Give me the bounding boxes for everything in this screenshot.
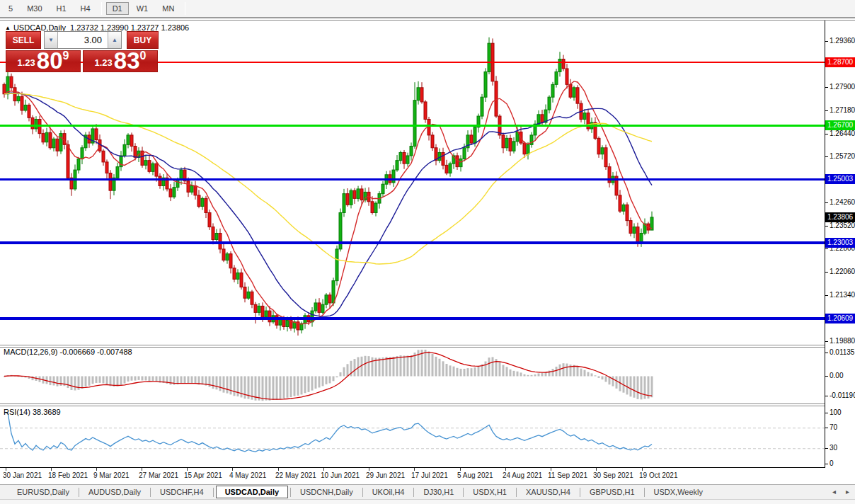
candle [438,149,441,164]
candle [583,109,586,124]
candle [194,181,197,200]
candle [151,161,154,175]
timeframe-button-d1[interactable]: D1 [106,2,129,15]
candle [481,94,483,119]
time-axis-tick [505,468,506,471]
time-axis-label: 22 May 2021 [275,471,316,479]
volume-increase-button[interactable]: ▲ [108,32,121,48]
candle [353,188,356,204]
tab-scroll-nav: ◂ ▸ [832,488,849,496]
chart-tab-usdchf[interactable]: USDCHF,H4 [153,486,211,498]
volume-decrease-button[interactable]: ▼ [45,32,58,48]
chart-tab-usdcad[interactable]: USDCAD,Daily [216,486,288,498]
candles-layer [3,38,653,336]
candle [541,110,544,127]
candle [314,299,317,314]
time-axis-tick [278,468,279,471]
rsi-axis-label: 70 [825,423,837,431]
chart-tab-usdx[interactable]: USDX,Weekly [647,486,710,498]
candle [311,307,314,327]
candle [240,268,243,290]
candle [413,82,416,149]
buy-price-big-digits: 83 [114,50,140,71]
one-click-trade-panel: SELL ▼ 3.00 ▲ BUY 1.23 80 9 1.23 83 0 [6,31,159,72]
sell-price-display[interactable]: 1.23 80 9 [6,50,81,72]
candle [173,182,176,199]
candle [42,130,45,145]
candle [102,149,105,166]
time-axis-tick [460,468,461,471]
time-axis-label: 30 Sep 2021 [593,471,633,479]
candle [74,164,76,190]
candle [558,52,561,76]
candle [144,156,147,169]
buy-button[interactable]: BUY [127,31,159,49]
time-axis-tick [323,468,324,471]
timeframe-button-m30[interactable]: M30 [21,2,48,15]
candle [109,170,112,199]
timeframe-button-5[interactable]: 5 [2,2,19,15]
buy-price-pip-digit: 0 [140,50,147,62]
candle [449,161,452,176]
candle [629,217,632,236]
candle [403,150,406,169]
candle [381,181,384,197]
price-badge-1.20609: 1.20609 [825,314,855,323]
time-axis-tick [51,468,52,471]
candle [233,265,236,282]
tab-separator [79,488,79,497]
candle [389,171,391,185]
candle [424,100,427,122]
candle [573,86,575,101]
candle [162,174,165,190]
tab-scroll-left-icon[interactable]: ◂ [832,488,836,496]
tab-separator [644,488,645,497]
candle [247,287,250,300]
timeframe-button-w1[interactable]: W1 [130,2,155,15]
price-axis-label: 1.21340 [825,291,855,299]
candle [608,163,611,187]
sell-button[interactable]: SELL [6,31,41,49]
time-axis-tick [232,468,233,471]
candle [49,127,52,150]
chart-tab-usdx[interactable]: USDX,H1 [466,486,514,498]
candle [527,142,529,160]
chart-tab-dj30[interactable]: DJ30,H1 [416,486,461,498]
chart-tab-xauusd[interactable]: XAUUSD,H4 [519,486,578,498]
chart-tab-usdcnh[interactable]: USDCNH,Daily [293,486,360,498]
candle [350,188,352,208]
timeframe-button-h1[interactable]: H1 [50,2,73,15]
candle [84,132,87,151]
rsi-pane[interactable] [0,406,825,467]
candle [343,189,345,217]
candle [619,190,621,213]
time-axis-tick [596,468,597,471]
chart-tab-ukoil[interactable]: UKOil,H4 [365,486,412,498]
candle [357,186,360,202]
buy-price-display[interactable]: 1.23 83 0 [83,50,158,72]
time-axis-label: 10 Jun 2021 [321,471,360,479]
time-axis-label: 5 Aug 2021 [457,471,493,479]
chart-tab-bar: EURUSD,DailyAUDUSD,DailyUSDCHF,H4USDCAD,… [0,484,855,499]
candle [38,115,41,138]
candle [445,160,448,175]
candle [190,181,193,194]
price-badge-1.25003: 1.25003 [825,174,855,184]
volume-field[interactable]: 3.00 [58,32,108,48]
timeframe-button-h4[interactable]: H4 [74,2,97,15]
candle [509,134,512,156]
candle [392,165,395,187]
chart-tab-gbpusd[interactable]: GBPUSD,H1 [583,486,642,498]
timeframe-button-mn[interactable]: MN [156,2,180,15]
tab-scroll-right-icon[interactable]: ▸ [846,488,849,496]
window-bottom-strip [0,499,855,504]
candle [183,167,186,184]
candle [555,69,558,88]
time-axis-tick [96,468,97,471]
tab-separator [290,488,291,497]
rsi-axis-label: 0 [825,459,834,467]
chart-tab-eurusd[interactable]: EURUSD,Daily [10,486,76,498]
chart-tab-audusd[interactable]: AUDUSD,Daily [81,486,148,498]
candle [512,137,515,154]
toolbar-separator [185,2,185,15]
